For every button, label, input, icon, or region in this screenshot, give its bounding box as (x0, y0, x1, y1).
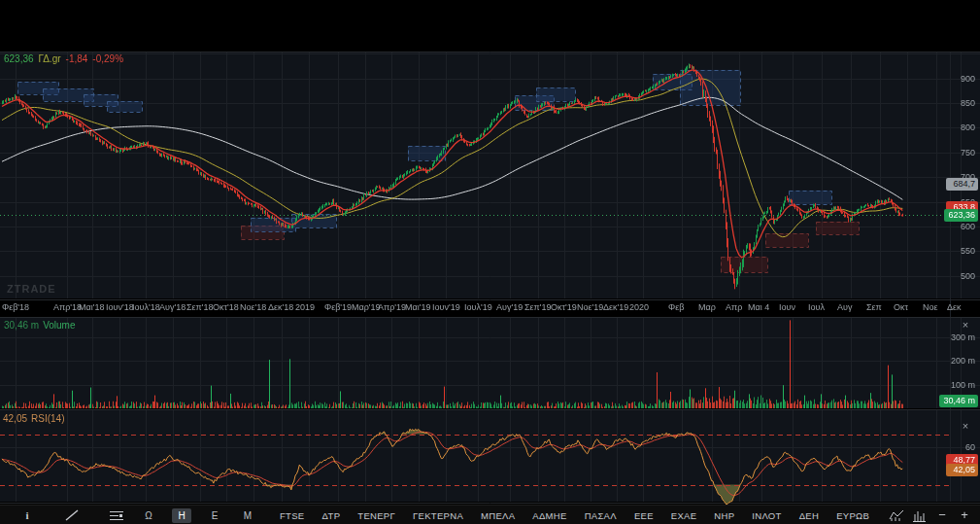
line-scale-icon (889, 508, 905, 522)
indicators-tool[interactable] (107, 507, 126, 523)
instrument-tab-ΕΕΕ[interactable]: ΕΕΕ (625, 508, 662, 523)
timeframe-M[interactable]: M (238, 508, 257, 523)
trendline-icon (64, 508, 80, 522)
time-tick-label: Φεβ'18 (2, 302, 29, 312)
info-glyph: i (25, 509, 28, 521)
ma-value-badge: 684,7 (946, 178, 978, 191)
time-tick-label: 2020 (629, 302, 649, 312)
indicator-levels-icon (108, 508, 125, 522)
price-tick-label: 600 (936, 222, 975, 231)
time-tick-label: Αυγ'19 (496, 302, 523, 312)
time-tick-label: 2019 (295, 302, 315, 312)
time-tick-label: Φεβ'19 (324, 302, 352, 312)
time-tick-label: Μαι'18 (79, 302, 104, 312)
price-tick-label: 500 (936, 271, 975, 281)
time-tick-label: Ιουλ'18 (132, 302, 160, 312)
instrument-tab-ΓΕΚΤΕΡΝΑ[interactable]: ΓΕΚΤΕΡΝΑ (404, 508, 472, 523)
last-price-badge: 623,36 (944, 209, 978, 222)
time-tick-label: Μαι 4 (748, 302, 769, 312)
instrument-tab-ΕΧΑΕ[interactable]: ΕΧΑΕ (662, 508, 706, 523)
symbol-name[interactable]: ΓΔ.gr (39, 53, 61, 64)
scale-mode-button[interactable] (889, 508, 905, 522)
rsi-indicator-name[interactable]: RSI(14) (31, 413, 64, 424)
chart-canvas[interactable] (0, 0, 980, 505)
instrument-tab-ΤΕΝΕΡΓ[interactable]: ΤΕΝΕΡΓ (349, 508, 404, 523)
time-tick-label: Νοε'19 (577, 302, 603, 312)
time-tick-label: Απρ'18 (53, 302, 82, 312)
info-icon[interactable]: i (17, 507, 37, 523)
bottom-toolbar: iΩHEMFTSEΔΤΡΤΕΝΕΡΓΓΕΚΤΕΡΝΑΜΠΕΛΑΑΔΜΗΕΠΑΣΑ… (0, 505, 980, 524)
instrument-tab-ΝΗΡ[interactable]: ΝΗΡ (705, 508, 743, 523)
time-tick-label: Δεκ'19 (603, 302, 628, 312)
price-change-percent: -0,29% (92, 53, 123, 64)
symbol-legend: 623,36 ΓΔ.gr -1,84 -0,29% (4, 53, 123, 64)
timeframe-E[interactable]: E (205, 508, 224, 523)
timeframe-H[interactable]: H (172, 508, 191, 523)
instrument-tab-ΙΝΛΟΤ[interactable]: ΙΝΛΟΤ (743, 508, 790, 523)
time-tick-label: Μαρ (698, 302, 716, 312)
rsi-pane-close-button[interactable]: × (959, 420, 972, 432)
volume-tick-label: 100 m (936, 380, 975, 390)
time-tick-label: Οκτ (894, 302, 908, 312)
time-tick-label: Απρ (726, 302, 742, 312)
price-tick-label: 550 (936, 246, 975, 256)
volume-current-value: 30,46 m (4, 320, 39, 331)
price-change: -1,84 (66, 53, 88, 64)
time-tick-label: Ιουλ'19 (464, 302, 492, 312)
volume-tick-label: 300 m (936, 332, 975, 342)
time-tick-label: Νοε'18 (240, 302, 266, 312)
time-tick-label: Φεβ (668, 302, 684, 312)
volume-indicator-legend: 30,46 m Volume (4, 320, 76, 331)
time-tick-label: Οκτ'18 (213, 302, 239, 312)
instrument-tab-ΔΤΡ[interactable]: ΔΤΡ (313, 508, 349, 523)
time-tick-label: Δεκ'18 (268, 302, 293, 312)
price-tick-label: 800 (936, 122, 975, 132)
rsi-value-badge: 42,05 (946, 464, 978, 476)
instrument-tab-ΕΥΡΩΒ[interactable]: ΕΥΡΩΒ (828, 508, 878, 523)
histogram-icon (912, 508, 928, 522)
rsi-tick-label: 60 (936, 442, 975, 452)
last-price: 623,36 (4, 53, 34, 64)
trendline-tool[interactable] (62, 507, 82, 523)
instrument-tab-ΜΠΕΛΑ[interactable]: ΜΠΕΛΑ (472, 508, 524, 523)
price-tick-label: 750 (936, 148, 975, 157)
time-tick-label: Ιουν'18 (106, 302, 134, 312)
volume-value-badge: 30,46 m (939, 395, 978, 407)
instrument-tab-FTSE[interactable]: FTSE (271, 508, 313, 523)
rsi-current-value: 42,05 (3, 413, 27, 424)
rsi-indicator-legend: 42,05 RSI(14) (3, 413, 64, 424)
time-tick-label: Σεπ'19 (524, 302, 552, 312)
price-tick-label: 850 (936, 98, 975, 108)
time-tick-label: Μαρ'19 (352, 302, 381, 312)
zoom-out-button[interactable]: − (934, 507, 950, 523)
time-tick-label: Οκτ'19 (551, 302, 577, 312)
volume-tick-label: 200 m (936, 356, 975, 366)
time-tick-label: Αυγ (837, 302, 852, 312)
time-tick-label: Ιουν'19 (432, 302, 460, 312)
instrument-tab-ΠΑΣΑΛ[interactable]: ΠΑΣΑΛ (576, 508, 625, 523)
volume-toggle-button[interactable] (912, 508, 928, 522)
volume-pane-close-button[interactable]: × (959, 319, 972, 331)
time-tick-label: Νοε (923, 302, 938, 312)
time-tick-label: Απρ'19 (378, 302, 406, 312)
trading-terminal: 623,36 ΓΔ.gr -1,84 -0,29% 30,46 m Volume… (0, 0, 980, 524)
time-tick-label: Ιουν (779, 302, 795, 312)
timeframe-Ω[interactable]: Ω (139, 508, 158, 523)
instrument-tab-ΔΕΗ[interactable]: ΔΕΗ (791, 508, 828, 523)
time-tick-label: Μαι'19 (405, 302, 430, 312)
instrument-tab-ΑΔΜΗΕ[interactable]: ΑΔΜΗΕ (524, 508, 575, 523)
time-tick-label: Δεκ (947, 302, 962, 312)
volume-indicator-name[interactable]: Volume (43, 320, 75, 331)
zoom-in-button[interactable]: + (957, 507, 972, 523)
time-tick-label: Σεπ (866, 302, 882, 312)
time-tick-label: Ιουλ (808, 302, 825, 312)
time-tick-label: Σεπ'18 (186, 302, 214, 312)
platform-watermark: ZTRADE (7, 283, 56, 295)
price-tick-label: 900 (936, 74, 975, 84)
time-tick-label: Αυγ'18 (159, 302, 186, 312)
